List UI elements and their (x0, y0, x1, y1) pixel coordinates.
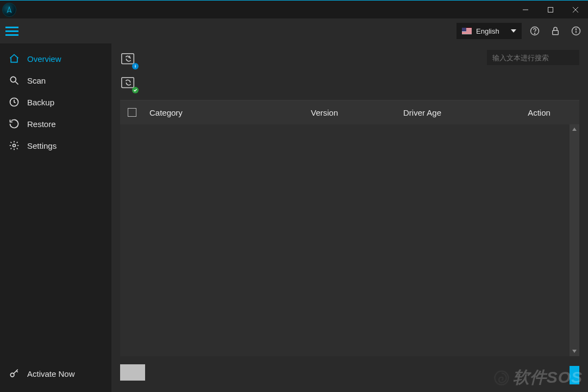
sidebar-item-overview[interactable]: Overview (0, 48, 111, 69)
vertical-scrollbar[interactable] (570, 124, 579, 356)
close-button[interactable] (563, 1, 588, 19)
bottom-right-accent (570, 366, 579, 384)
svg-point-9 (576, 29, 576, 29)
restore-icon (9, 118, 20, 129)
header-driver-age[interactable]: Driver Age (403, 108, 506, 117)
svg-rect-17 (135, 66, 135, 68)
svg-point-5 (534, 33, 535, 34)
header-action[interactable]: Action (506, 108, 572, 117)
sidebar-item-backup[interactable]: Backup (0, 91, 111, 113)
svg-point-13 (13, 144, 16, 147)
table-body (120, 124, 579, 356)
help-icon[interactable] (527, 23, 542, 39)
refresh-ok-icon[interactable] (120, 75, 137, 92)
menu-hamburger-icon[interactable] (5, 23, 22, 39)
top-toolbar: English (0, 18, 588, 43)
search-icon (9, 75, 20, 86)
sidebar-item-scan[interactable]: Scan (0, 69, 111, 91)
activate-label: Activate Now (27, 369, 75, 378)
sidebar-item-label: Backup (27, 98, 54, 107)
chevron-down-icon (511, 29, 516, 33)
status-icons (120, 50, 137, 92)
title-bar-left (0, 3, 16, 17)
sidebar-item-restore[interactable]: Restore (0, 113, 111, 135)
svg-point-14 (10, 373, 14, 377)
header-version[interactable]: Version (311, 108, 403, 117)
header-checkbox-cell (128, 108, 149, 117)
scroll-up-icon (572, 127, 577, 132)
flag-us-icon (462, 28, 472, 34)
svg-line-11 (16, 82, 18, 85)
minimize-button[interactable] (513, 1, 538, 19)
svg-marker-22 (572, 350, 577, 353)
nav-list: Overview Scan Backup Restore Settings (0, 48, 111, 361)
app-logo-icon (2, 3, 16, 17)
language-label: English (476, 27, 499, 35)
bottom-left-placeholder (120, 364, 145, 381)
svg-rect-18 (122, 78, 134, 88)
scroll-down-icon (572, 349, 577, 354)
sidebar-item-label: Scan (27, 76, 46, 85)
sidebar-item-label: Restore (27, 119, 56, 129)
window-controls (513, 1, 588, 19)
content-top-row (120, 50, 579, 92)
title-bar (0, 0, 588, 18)
sidebar: Overview Scan Backup Restore Settings Ac… (0, 43, 111, 392)
language-selector[interactable]: English (456, 23, 522, 39)
gear-icon (9, 140, 20, 151)
lock-icon[interactable] (548, 23, 563, 39)
svg-marker-21 (572, 128, 577, 131)
svg-rect-1 (548, 7, 553, 12)
search-input[interactable] (492, 54, 584, 62)
driver-table: Category Version Driver Age Action (120, 100, 579, 356)
topbar-right: English (456, 23, 584, 39)
select-all-checkbox[interactable] (128, 108, 136, 117)
svg-rect-15 (122, 54, 134, 64)
info-badge-icon (132, 63, 139, 69)
sidebar-item-label: Overview (27, 54, 61, 64)
table-header: Category Version Driver Age Action (120, 100, 579, 124)
sidebar-item-label: Settings (27, 141, 57, 150)
svg-point-10 (10, 77, 16, 82)
sidebar-item-settings[interactable]: Settings (0, 135, 111, 156)
content-bottom-bar (120, 356, 579, 383)
check-badge-icon (132, 87, 139, 93)
activate-now-button[interactable]: Activate Now (0, 361, 111, 392)
backup-icon (9, 97, 20, 108)
refresh-info-icon[interactable] (120, 51, 137, 68)
svg-point-16 (135, 65, 136, 66)
svg-rect-6 (553, 30, 559, 35)
maximize-button[interactable] (538, 1, 563, 19)
search-box[interactable] (487, 50, 579, 65)
header-category[interactable]: Category (149, 108, 311, 117)
main-area: Overview Scan Backup Restore Settings Ac… (0, 43, 588, 392)
content-panel: Category Version Driver Age Action (111, 43, 588, 392)
info-icon[interactable] (568, 23, 584, 39)
key-icon (9, 368, 20, 379)
home-icon (9, 53, 20, 64)
